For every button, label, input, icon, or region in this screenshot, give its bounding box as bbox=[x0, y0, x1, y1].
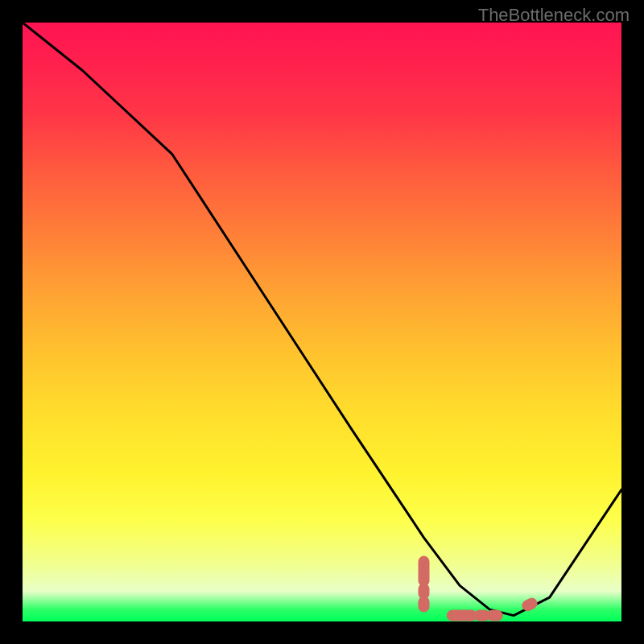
attribution-label: TheBottleneck.com bbox=[478, 5, 630, 26]
chart-svg bbox=[23, 23, 621, 621]
optimal-band-marker bbox=[424, 562, 532, 616]
chart-plot-area bbox=[23, 23, 621, 621]
bottleneck-curve bbox=[23, 23, 621, 616]
